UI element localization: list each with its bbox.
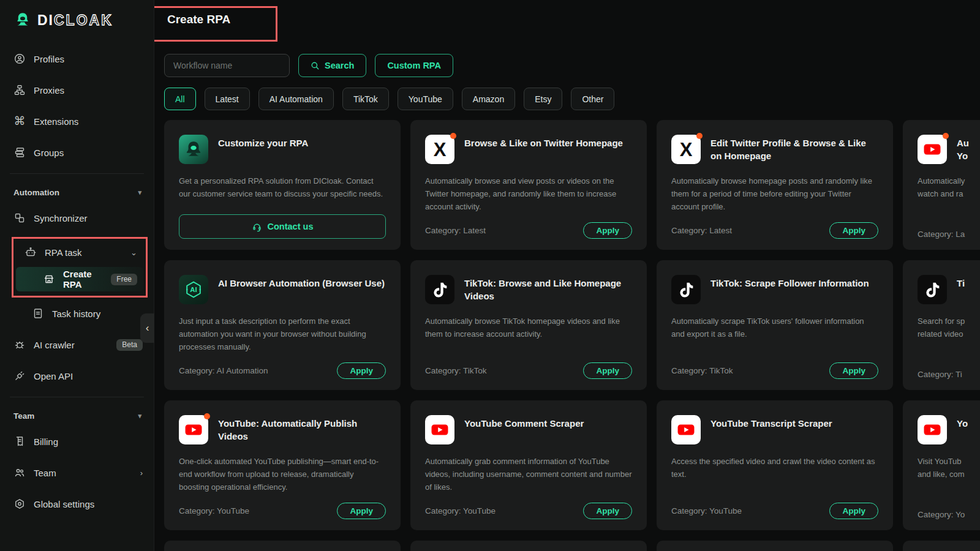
card-title: Customize your RPA (218, 135, 308, 149)
document-icon (32, 307, 44, 320)
chevron-left-icon: ‹ (146, 322, 149, 334)
sidebar-item-global-settings[interactable]: Global settings (5, 492, 149, 516)
sidebar-item-open-api[interactable]: Open API (5, 364, 149, 388)
sidebar-item-label: Extensions (34, 116, 78, 127)
card-youtube-publish: YouTube: Automatically Publish Videos On… (164, 400, 401, 530)
card-description: Access the specified video and crawl the… (671, 455, 878, 481)
sidebar-item-team[interactable]: Team › (5, 460, 149, 485)
filter-tiktok[interactable]: TikTok (342, 88, 389, 110)
sidebar-item-create-rpa[interactable]: Create RPA Free (16, 267, 143, 291)
card-youtube-transcript-scraper: YouTube Transcript Scraper Access the sp… (657, 400, 893, 530)
dicloak-logo: DICLOAK (0, 0, 154, 32)
headset-icon (252, 222, 262, 232)
search-input[interactable] (164, 54, 290, 77)
sidebar-section-automation[interactable]: Automation ▾ (0, 182, 154, 202)
card-stub (903, 541, 980, 551)
card-description: Automatically browse and view posts or v… (425, 175, 632, 213)
robot-icon (24, 246, 37, 258)
sidebar-item-synchronizer[interactable]: Synchronizer (5, 206, 149, 230)
filter-youtube[interactable]: YouTube (398, 88, 453, 110)
synchronizer-icon (13, 212, 26, 224)
card-stub (410, 541, 647, 551)
section-label: Team (13, 411, 34, 421)
card-stub (657, 541, 893, 551)
filter-other[interactable]: Other (571, 88, 614, 110)
apply-button[interactable]: Apply (583, 503, 632, 519)
notification-dot (943, 133, 949, 139)
apply-button[interactable]: Apply (583, 222, 632, 239)
chevron-down-icon: ⌄ (130, 248, 137, 257)
sidebar-item-ai-crawler[interactable]: AI crawler Beta (5, 332, 149, 357)
contact-us-button[interactable]: Contact us (179, 214, 386, 239)
apply-button[interactable]: Apply (829, 222, 878, 239)
card-title: TikTok: Scrape Follower Information (710, 275, 869, 290)
card-tiktok-scrape-followers: TikTok: Scrape Follower Information Auto… (657, 260, 893, 390)
card-stub (164, 541, 401, 551)
notification-dot (204, 413, 210, 419)
sidebar-item-label: AI crawler (34, 340, 75, 350)
page-title: Create RPA (167, 13, 276, 26)
sidebar-collapse-button[interactable]: ‹ (140, 313, 154, 343)
card-description: Get a personalized RPA solution from DIC… (179, 175, 386, 201)
beta-badge: Beta (116, 339, 143, 351)
card-title: TikTok: Browse and Like Homepage Videos (464, 275, 632, 302)
section-label: Automation (13, 188, 59, 197)
card-ai-browser-automation: AI AI Browser Automation (Browser Use) J… (164, 260, 401, 390)
svg-text:AI: AI (190, 286, 197, 293)
gear-icon (13, 498, 26, 510)
profiles-icon (13, 53, 26, 65)
sidebar-item-rpa-task[interactable]: RPA task ⌄ (16, 240, 143, 264)
apply-button[interactable]: Apply (337, 362, 386, 379)
filter-ai-automation[interactable]: AI Automation (258, 88, 334, 110)
sidebar-item-billing[interactable]: Billing (5, 429, 149, 454)
sidebar-item-label: Profiles (34, 54, 64, 64)
notification-dot (696, 133, 703, 139)
sidebar-item-groups[interactable]: Groups (5, 140, 149, 165)
filter-amazon[interactable]: Amazon (462, 88, 515, 110)
card-customize-rpa: Customize your RPA Get a personalized RP… (164, 120, 401, 250)
card-title: AI Browser Automation (Browser Use) (218, 275, 385, 290)
sidebar-item-profiles[interactable]: Profiles (5, 47, 149, 71)
custom-rpa-button[interactable]: Custom RPA (375, 54, 453, 77)
card-title: Yo (957, 415, 968, 430)
apply-button[interactable]: Apply (583, 362, 632, 379)
youtube-icon (918, 415, 947, 444)
sidebar-divider (10, 397, 144, 397)
sidebar-item-task-history[interactable]: Task history (5, 301, 149, 326)
card-category: Category: Ti (918, 370, 962, 379)
apply-button[interactable]: Apply (829, 362, 878, 379)
card-title: YouTube Transcript Scraper (710, 415, 832, 430)
sidebar-item-label: Groups (34, 148, 64, 158)
sidebar-item-extensions[interactable]: ⌘ Extensions (5, 109, 149, 133)
card-twitter-browse-like: X Browse & Like on Twitter Homepage Auto… (410, 120, 647, 250)
receipt-icon (13, 435, 26, 448)
card-category: Category: La (918, 230, 965, 239)
card-partial-tiktok: Ti Search for sp related video Category:… (903, 260, 980, 390)
ai-automation-icon: AI (179, 275, 208, 304)
custom-rpa-label: Custom RPA (387, 61, 441, 70)
logo-wordmark: DICLOAK (37, 12, 113, 29)
sidebar-item-label: Billing (34, 437, 58, 447)
card-category: Category: YouTube (425, 506, 496, 515)
card-description: Automatically browse TikTok homepage vid… (425, 315, 632, 341)
groups-icon (13, 146, 26, 159)
sidebar-section-team[interactable]: Team ▾ (0, 406, 154, 425)
filter-all[interactable]: All (164, 88, 196, 110)
search-button[interactable]: Search (298, 54, 366, 77)
crawler-bug-icon (13, 339, 26, 351)
apply-button[interactable]: Apply (829, 503, 878, 519)
card-category: Category: Yo (918, 510, 965, 519)
card-description: Just input a task description to perform… (179, 315, 386, 353)
filter-latest[interactable]: Latest (205, 88, 250, 110)
sidebar-item-label: RPA task (45, 247, 82, 258)
youtube-icon (179, 415, 208, 444)
filter-etsy[interactable]: Etsy (524, 88, 562, 110)
sidebar-item-proxies[interactable]: Proxies (5, 78, 149, 102)
free-badge: Free (111, 274, 137, 285)
api-plug-icon (13, 370, 26, 382)
card-title: Browse & Like on Twitter Homepage (464, 135, 623, 149)
card-category: Category: TikTok (671, 366, 733, 375)
apply-button[interactable]: Apply (337, 503, 386, 519)
tiktok-icon (425, 275, 454, 304)
rpa-task-annotation-box: RPA task ⌄ Create RPA Free (12, 237, 148, 298)
